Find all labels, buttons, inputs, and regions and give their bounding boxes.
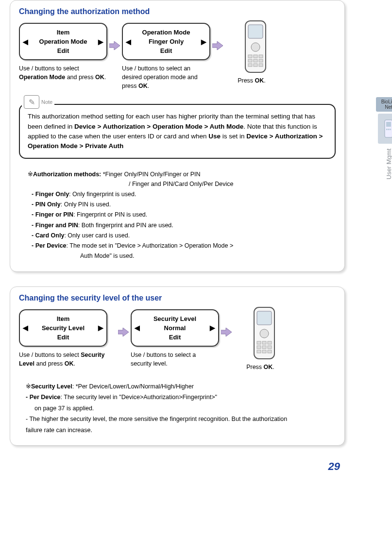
step2-caption: Use / buttons to select a security level… <box>131 351 208 368</box>
svg-rect-10 <box>259 55 263 58</box>
section-auth-method: Changing the authorization method Item ◀… <box>10 0 345 272</box>
txt: . <box>74 360 75 367</box>
section-label: User Mgmt <box>385 154 392 180</box>
svg-rect-8 <box>248 55 252 58</box>
right-arrow-icon: ▶ <box>97 38 104 46</box>
txt: Device > Authorization > Operation Mode … <box>74 123 243 130</box>
method-pin-only: - PIN Only: Only PIN is used. <box>32 200 336 210</box>
step-1: Item ◀ Security Level ▶ Edit Use / butto… <box>19 309 116 368</box>
txt: : Fingerprint or PIN is used. <box>73 211 147 218</box>
txt: ※ <box>28 171 33 178</box>
method-finger-only: - Finger Only: Only fingerprint is used. <box>32 189 336 200</box>
txt: Use <box>208 133 221 140</box>
svg-rect-9 <box>254 55 257 58</box>
screen-box-2: Security Level ◀ Normal ▶ Edit <box>131 309 219 347</box>
svg-rect-1 <box>386 122 391 127</box>
txt: Press <box>246 364 263 370</box>
device-icon <box>245 306 284 360</box>
txt: *Finger Only/PIN Only/Finger or PIN <box>101 171 200 178</box>
box1-line2: Operation Mode <box>39 38 87 45</box>
method-finger-or-pin: - Finger or PIN: Fingerprint or PIN is u… <box>32 210 336 220</box>
left-arrow-icon: ◀ <box>134 324 141 332</box>
svg-rect-20 <box>257 341 261 344</box>
box2-line1: Security Level <box>153 315 196 322</box>
next-arrow-icon <box>212 41 223 50</box>
page: BioLite Net User Mgmt Changing the autho… <box>0 0 355 478</box>
txt: - Finger Only <box>32 191 69 198</box>
section-title: Changing the authorization method <box>19 7 336 16</box>
txt: - Finger and PIN <box>32 222 78 229</box>
txt: . <box>148 83 149 89</box>
step-2: Operation Mode ◀ Finger Only ▶ Edit Use … <box>122 23 210 90</box>
svg-rect-22 <box>268 341 272 344</box>
steps-row: Item ◀ Security Level ▶ Edit Use / butto… <box>19 309 336 370</box>
methods-header: ※Authorization methods: *Finger Only/PIN… <box>28 169 336 180</box>
side-tab: BioLite Net User Mgmt <box>376 97 392 170</box>
txt: - Finger or PIN <box>32 211 73 218</box>
note-icon: ✎ <box>24 95 39 109</box>
txt: - Per Device <box>32 242 67 249</box>
txt: Use / buttons to select <box>19 352 81 358</box>
method-finger-and-pin: - Finger and PIN: Both fingerprint and P… <box>32 220 336 231</box>
txt: Authorization methods: <box>33 171 101 178</box>
method-per-device-2: Auth Mode" is used. <box>80 251 336 261</box>
txt: - PIN Only <box>32 201 61 208</box>
step-3: Press OK. <box>234 309 287 370</box>
svg-point-7 <box>251 43 260 51</box>
screen-box-2: Operation Mode ◀ Finger Only ▶ Edit <box>122 23 210 60</box>
txt: is set in <box>221 133 246 140</box>
screen-box-1: Item ◀ Security Level ▶ Edit <box>19 309 107 347</box>
box2-line2: Normal <box>164 324 186 332</box>
txt: - Card Only <box>32 232 64 239</box>
step3-caption: Press OK. <box>234 364 287 370</box>
methods-sub: / Finger and PIN/Card Only/Per Device <box>129 179 336 189</box>
svg-rect-24 <box>262 346 266 349</box>
step1-caption: Use / buttons to select Security Level a… <box>19 351 116 368</box>
txt: Press <box>238 77 255 84</box>
step-3: Press OK. <box>225 23 278 84</box>
note-box: ✎ Note This authorization method setting… <box>19 104 336 159</box>
svg-rect-2 <box>386 129 388 130</box>
svg-rect-14 <box>248 64 252 67</box>
section-title: Changing the security level of the user <box>19 294 336 302</box>
svg-rect-4 <box>390 129 391 130</box>
svg-rect-3 <box>388 129 390 130</box>
next-arrow-icon <box>109 41 120 50</box>
txt: . <box>273 364 274 370</box>
svg-rect-28 <box>268 350 272 353</box>
svg-rect-25 <box>268 346 272 349</box>
txt: : *Per Device/Lower/Low/Normal/High/High… <box>72 383 194 390</box>
txt: OK <box>138 83 148 89</box>
svg-rect-6 <box>248 25 263 38</box>
security-level-notes: ※Security Level: *Per Device/Lower/Low/N… <box>19 381 336 436</box>
svg-rect-27 <box>262 350 266 353</box>
box2-line3: Edit <box>160 47 172 54</box>
txt: . <box>264 77 265 84</box>
sl-per-device: - Per Device: The security level in "Dev… <box>26 392 336 403</box>
device-icon <box>236 20 275 73</box>
svg-rect-16 <box>259 64 263 67</box>
txt: Security Level <box>31 383 72 390</box>
right-arrow-icon: ▶ <box>200 38 207 46</box>
sl-tip: - The higher the security level, the mor… <box>26 414 298 436</box>
svg-rect-18 <box>257 311 272 325</box>
txt: and press <box>34 360 65 367</box>
txt: : Only PIN is used. <box>61 201 111 208</box>
svg-rect-12 <box>254 59 257 62</box>
txt: . <box>104 74 106 81</box>
next-arrow-icon <box>221 328 232 336</box>
method-card-only: - Card Only: Only user card is used. <box>32 231 336 241</box>
product-thumb <box>378 114 392 144</box>
txt: Operation Mode <box>19 74 65 81</box>
txt: OK <box>255 77 264 84</box>
step1-caption: Use / buttons to select Operation Mode a… <box>19 64 106 82</box>
left-arrow-icon: ◀ <box>22 324 29 332</box>
txt: : The security level in "Device>Authoriz… <box>61 394 217 401</box>
step-2: Security Level ◀ Normal ▶ Edit Use / but… <box>131 309 219 368</box>
box1-line3: Edit <box>57 334 69 341</box>
note-label: Note <box>41 99 52 105</box>
txt: Use / buttons to select <box>19 65 79 72</box>
page-number: 29 <box>10 460 345 473</box>
next-arrow-icon <box>118 328 129 336</box>
left-arrow-icon: ◀ <box>22 38 29 46</box>
